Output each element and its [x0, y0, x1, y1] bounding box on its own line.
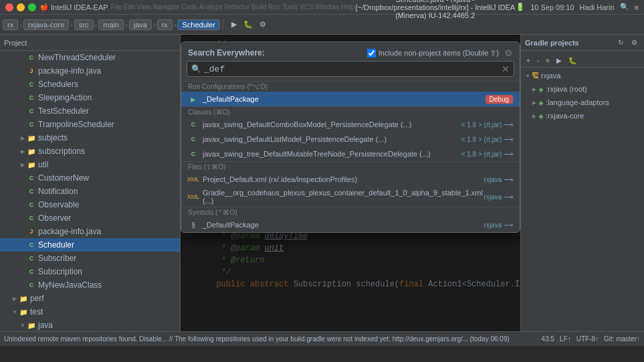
gradle-item-rxjava[interactable]: ▼ 🏗 rxjava: [521, 69, 644, 82]
java-icon: J: [27, 66, 36, 76]
class-icon: C: [27, 200, 36, 209]
toolbar-separator: [223, 19, 223, 31]
non-project-checkbox[interactable]: [367, 49, 376, 58]
search-checkbox-row: Include non-project items (Double ⇧): [367, 49, 499, 58]
expand-arrow: ▶: [19, 134, 27, 142]
sidebar-item-java[interactable]: ▼ 📁 java: [0, 319, 180, 331]
breadcrumb-main[interactable]: main: [98, 19, 124, 30]
sidebar-item-package-info[interactable]: J package-info.java: [0, 64, 180, 78]
toolbar-settings-btn[interactable]: ⚙: [257, 17, 269, 32]
breadcrumb-src[interactable]: src: [74, 19, 94, 30]
search-input[interactable]: [204, 64, 502, 74]
charset: UTF-8↑: [576, 335, 599, 343]
toolbar: rx › rxjava-core › src › main › java › r…: [0, 15, 644, 35]
files-section-header: Files (⇧⌘O): [181, 161, 520, 172]
sidebar-item-newthreadscheduler[interactable]: C NewThreadScheduler: [0, 51, 180, 64]
classes-section-header: Classes (⌘O): [181, 106, 520, 117]
search-clear-icon[interactable]: ✕: [502, 64, 510, 74]
datetime: 10 Sep 09:10: [530, 3, 574, 11]
close-button[interactable]: [5, 3, 13, 11]
gradle-collapse-btn[interactable]: -: [534, 55, 542, 66]
search-result-project-default-xml[interactable]: XML Project_Default.xml (rx/.idea/inspec…: [181, 172, 520, 187]
sidebar-item-observable[interactable]: C Observable: [0, 198, 180, 211]
search-overlay: Search Everywhere: Include non-project i…: [181, 35, 520, 331]
sidebar-item-package-info2[interactable]: J package-info.java: [0, 225, 180, 238]
gradle-settings-btn[interactable]: ⚙: [629, 37, 640, 49]
sidebar-item-perf[interactable]: ▶ 📁 perf: [0, 292, 180, 305]
search-title: Search Everywhere:: [188, 48, 265, 58]
class-icon: C: [27, 106, 36, 116]
search-icon[interactable]: 🔍: [620, 3, 629, 11]
maximize-button[interactable]: [28, 3, 36, 11]
sidebar-item-subjects[interactable]: ▶ 📁 subjects: [0, 131, 180, 145]
search-result-treenode[interactable]: C javax_swing_tree_DefaultMutableTreeNod…: [181, 147, 520, 161]
gradle-debug-btn[interactable]: 🐛: [566, 55, 579, 66]
toolbar-run-btn[interactable]: ▶: [229, 17, 239, 32]
gradle-item-language-adaptors[interactable]: ▶ ◈ :language-adaptors: [521, 96, 644, 109]
gradle-item-rxjava-root[interactable]: ▶ ◈ :rxjava (root): [521, 82, 644, 96]
sidebar-item-sleepingaction[interactable]: C SleepingAction: [0, 91, 180, 104]
search-result-gradle-xml[interactable]: XML Gradle__org_codehaus_plexus_plexus_c…: [181, 187, 520, 207]
breadcrumb-java[interactable]: java: [129, 19, 152, 30]
statusbar-info: 43:5 LF↑ UTF-8↑ Git: master↑: [542, 335, 640, 343]
sidebar-item-notification[interactable]: C Notification: [0, 185, 180, 198]
folder-icon: 📁: [19, 307, 28, 316]
folder-icon: 📁: [19, 294, 28, 303]
sidebar-item-customernew[interactable]: C CustomerNew: [0, 171, 180, 185]
search-result-defaultpackage-symbol[interactable]: § _DefaultPackage rxjava ⟶: [181, 217, 520, 232]
search-gear-icon[interactable]: ⚙: [504, 48, 513, 58]
class-icon: C: [27, 240, 36, 250]
search-input-row[interactable]: 🔍 ✕: [187, 61, 514, 77]
module-icon: ◈: [538, 86, 544, 93]
gradle-group-btn[interactable]: ≡: [543, 55, 552, 66]
sidebar-item-subscription[interactable]: C Subscription: [0, 265, 180, 278]
gradle-toolbar: ↻ ⚙: [615, 37, 640, 49]
breadcrumb-rx[interactable]: rx: [3, 19, 18, 30]
gradle-toolbar-row: + - ≡ ▶ 🐛: [521, 54, 644, 68]
expand-arrow: ▶: [530, 85, 538, 93]
class-icon: C: [27, 120, 36, 129]
gradle-refresh-btn[interactable]: ↻: [615, 37, 626, 49]
sidebar-item-subscriber[interactable]: C Subscriber: [0, 252, 180, 265]
statusbar: Unindexed remote maven repositories foun…: [0, 331, 644, 346]
search-result-defaultpackage-run[interactable]: ▶ _DefaultPackage Debug: [181, 92, 520, 106]
class-result-icon: C: [188, 134, 199, 145]
expand-arrow: ▼: [524, 72, 532, 80]
sidebar-item-mynewjavaclass[interactable]: C MyNewJavaClass: [0, 278, 180, 292]
sidebar-item-test[interactable]: ▼ 📁 test: [0, 305, 180, 319]
breadcrumb-scheduler[interactable]: Scheduler: [177, 19, 220, 30]
gradle-run-btn[interactable]: ▶: [554, 55, 564, 66]
class-icon: C: [27, 213, 36, 223]
breadcrumb-rx2[interactable]: rx: [157, 19, 173, 30]
toolbar-debug-btn[interactable]: 🐛: [241, 17, 255, 32]
gradle-tree: + - ≡ ▶ 🐛 ▼ 🏗 rxjava ▶ ◈ :rxjava (root) …: [521, 51, 644, 125]
folder-icon: 📁: [27, 321, 36, 330]
sidebar-item-util[interactable]: ▶ 📁 util: [0, 158, 180, 171]
expand-arrow: ▼: [11, 308, 19, 316]
sidebar-item-trampolinescheduler[interactable]: C TrampolineScheduler: [0, 118, 180, 131]
editor-area[interactable]: */<i> Subscription schedule(T state, Fun…: [181, 35, 520, 331]
sidebar-item-schedulers[interactable]: C Schedulers: [0, 78, 180, 91]
class-icon: C: [27, 93, 36, 102]
search-result-listmodel[interactable]: C javax_swing_DefaultListModel_Persisten…: [181, 132, 520, 147]
expand-arrow: ▶: [11, 294, 19, 302]
xml-icon: XML: [188, 191, 199, 202]
window-title: Scheduler.java - rxjava - [~/Dropbox/pre…: [354, 0, 516, 19]
gradle-item-rxjava-core[interactable]: ▶ ◈ :rxjava-core: [521, 109, 644, 122]
minimize-button[interactable]: [17, 3, 25, 11]
gradle-expand-btn[interactable]: +: [524, 55, 533, 66]
class-icon: C: [27, 280, 36, 290]
sidebar-item-testscheduler[interactable]: C TestScheduler: [0, 104, 180, 118]
breadcrumb-rxjava-core[interactable]: rxjava-core: [23, 19, 69, 30]
search-magnifier-icon: 🔍: [191, 64, 201, 74]
sidebar-item-subscriptions[interactable]: ▶ 📁 subscriptions: [0, 145, 180, 158]
search-popup: Search Everywhere: Include non-project i…: [181, 41, 520, 233]
symbol-icon: §: [188, 219, 199, 230]
search-result-combobox[interactable]: C javax_swing_DefaultComboBoxModel_Persi…: [181, 117, 520, 132]
menu-icon[interactable]: ≡: [635, 3, 639, 11]
titlebar-left: 🍎 IntelliJ IDEA-EAP File Edit View Navig…: [5, 3, 354, 11]
sidebar-item-observer[interactable]: C Observer: [0, 211, 180, 225]
sidebar-item-scheduler[interactable]: C Scheduler: [0, 238, 180, 252]
class-icon: C: [27, 53, 36, 62]
java-icon: J: [27, 227, 36, 236]
